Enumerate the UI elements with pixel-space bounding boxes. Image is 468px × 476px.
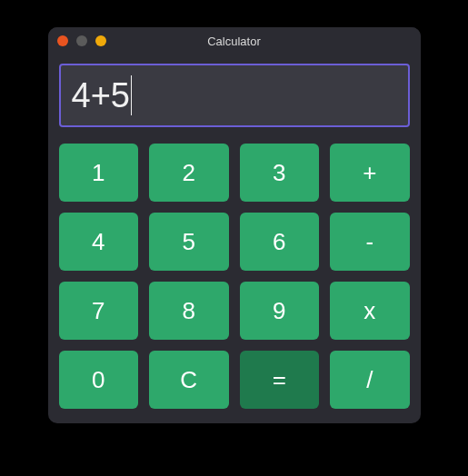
digit-5-button[interactable]: 5: [149, 213, 229, 271]
close-icon[interactable]: [57, 35, 68, 46]
digit-2-button[interactable]: 2: [149, 144, 229, 202]
digit-4-button[interactable]: 4: [59, 213, 139, 271]
equals-button[interactable]: =: [240, 351, 320, 409]
clear-button[interactable]: C: [149, 351, 229, 409]
text-cursor: [131, 75, 132, 115]
digit-0-button[interactable]: 0: [59, 351, 139, 409]
button-grid: 1 2 3 + 4 5 6 - 7 8 9 x 0 C = /: [59, 144, 410, 409]
minimize-icon[interactable]: [76, 35, 87, 46]
digit-8-button[interactable]: 8: [149, 282, 229, 340]
window-title: Calculator: [207, 35, 261, 48]
traffic-lights: [57, 35, 106, 46]
digit-6-button[interactable]: 6: [240, 213, 320, 271]
digit-7-button[interactable]: 7: [59, 282, 139, 340]
titlebar: Calculator: [48, 27, 421, 55]
digit-3-button[interactable]: 3: [240, 144, 320, 202]
calculator-window: Calculator 4+5 1 2 3 + 4 5 6 - 7 8 9 x 0…: [48, 27, 421, 423]
maximize-icon[interactable]: [95, 35, 106, 46]
calculator-display[interactable]: 4+5: [59, 64, 410, 127]
divide-button[interactable]: /: [330, 351, 410, 409]
display-value: 4+5: [72, 76, 130, 115]
plus-button[interactable]: +: [330, 144, 410, 202]
multiply-button[interactable]: x: [330, 282, 410, 340]
window-content: 4+5 1 2 3 + 4 5 6 - 7 8 9 x 0 C = /: [48, 55, 421, 423]
digit-1-button[interactable]: 1: [59, 144, 139, 202]
digit-9-button[interactable]: 9: [240, 282, 320, 340]
minus-button[interactable]: -: [330, 213, 410, 271]
